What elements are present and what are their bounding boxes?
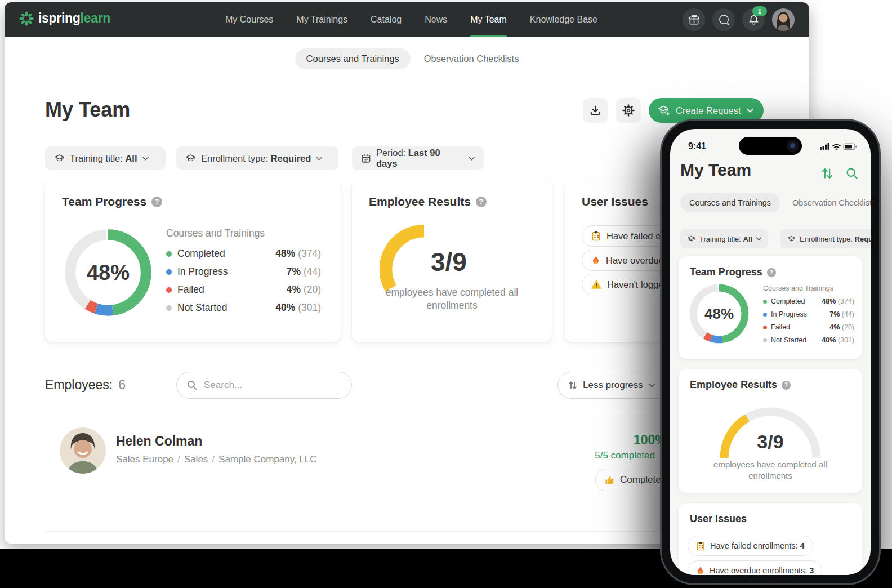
phone-user-issues-card: User Issues Have failed enrollments: 4 (679, 503, 862, 575)
wifi-icon (833, 145, 840, 149)
legend-dot (166, 251, 172, 257)
chevron-down-icon (469, 157, 475, 161)
nav-item-news[interactable]: News (425, 2, 447, 37)
graduation-cap-icon (787, 235, 796, 243)
search-icon (187, 380, 197, 390)
phone-filter-training-title[interactable]: Training title: All (680, 229, 768, 248)
user-issues-title: User Issues (582, 195, 648, 208)
gauge-caption: employees have completed all enrollments (352, 286, 552, 312)
phone-page-title: My Team (680, 161, 751, 180)
graduation-cap-icon (687, 235, 695, 243)
phone-sort-button[interactable] (821, 167, 833, 182)
create-request-button[interactable]: Create Request (649, 98, 764, 123)
phone-screen: 9:41 My Te (670, 129, 871, 575)
graduation-cap-plus-icon (658, 105, 670, 116)
nav-item-catalog[interactable]: Catalog (371, 2, 402, 37)
flame-icon (591, 255, 600, 265)
phone-view-switcher: Courses and Trainings Observation Checkl… (680, 193, 871, 212)
nav-item-my-courses[interactable]: My Courses (225, 2, 273, 37)
phone-employee-results-card: Employee Results? 3/9 employees have com… (679, 369, 862, 493)
phone-tab-courses-and-trainings[interactable]: Courses and Trainings (680, 193, 780, 212)
navbar-actions: 1 (683, 8, 795, 31)
search-input[interactable] (203, 379, 341, 391)
help-icon[interactable]: ? (767, 268, 776, 277)
employee-org-path: Sales Europe/Sales/Sample Company, LLC (116, 454, 317, 465)
filter-period[interactable]: Period: Last 90 days (352, 146, 484, 170)
phone-status-icons (820, 142, 857, 153)
gauge-score: 3/9 (431, 247, 467, 277)
donut-center-value: 48% (688, 282, 751, 345)
legend-dot (763, 338, 767, 342)
signal-icon (820, 143, 829, 150)
phone-user-issues-title: User Issues (690, 513, 747, 525)
notifications-button[interactable]: 1 (742, 8, 765, 31)
brand-wordmark: ispringlearn (38, 11, 110, 26)
legend-row: Not Started 40% (301) (763, 336, 854, 344)
legend-row: Failed 4% (20) (763, 323, 854, 331)
employee-name[interactable]: Helen Colman (116, 434, 202, 449)
gauge-caption: employees have completed all enrollments (679, 459, 862, 482)
settings-button[interactable] (616, 98, 641, 123)
clipboard-failed-icon (591, 231, 601, 241)
messages-button[interactable] (712, 8, 735, 31)
phone-tab-observation-checklists[interactable]: Observation Checklists (792, 198, 871, 207)
legend-dot (166, 287, 172, 293)
phone-issue-overdue-enrollments[interactable]: Have overdue enrollments: 3 (688, 560, 822, 575)
sort-dropdown[interactable]: Less progress (558, 372, 675, 399)
nav-item-my-team[interactable]: My Team (470, 2, 507, 37)
phone-clock: 9:41 (688, 141, 706, 152)
help-icon[interactable]: ? (476, 197, 487, 207)
employee-progress-detail: 5/5 completed (573, 450, 655, 461)
user-avatar-photo (772, 8, 795, 31)
donut-center-value: 48% (62, 226, 154, 319)
dynamic-island (739, 137, 802, 155)
tab-observation-checklists[interactable]: Observation Checklists (424, 54, 519, 64)
legend-row: Completed 48% (374) (763, 297, 854, 305)
phone-mockup: 9:41 My Te (662, 121, 879, 583)
nav-item-knowledge-base[interactable]: Knowledge Base (530, 2, 597, 37)
legend-row: Not Started 40% (301) (166, 302, 321, 314)
chevron-down-icon (747, 108, 753, 113)
help-icon[interactable]: ? (782, 381, 791, 390)
phone-team-progress-card: Team Progress? 48% Courses and Trainings… (679, 256, 862, 359)
filter-training-title[interactable]: Training title: All (45, 146, 166, 170)
legend-row: In Progress 7% (44) (763, 310, 854, 318)
phone-issue-failed-enrollments[interactable]: Have failed enrollments: 4 (688, 536, 813, 556)
user-avatar[interactable] (772, 8, 795, 31)
employee-results-title: Employee Results (369, 195, 471, 208)
legend-dot (763, 326, 767, 329)
chevron-down-icon (756, 237, 761, 240)
filter-enrollment-type[interactable]: Enrollment type: Required (176, 146, 338, 170)
legend-dot (166, 269, 172, 275)
calendar-icon (361, 153, 371, 163)
chat-bubble-icon (718, 14, 730, 26)
main-navigation: My Courses My Trainings Catalog News My … (225, 2, 597, 37)
employees-count-label: Employees:6 (45, 377, 126, 393)
phone-filter-enrollment-type[interactable]: Enrollment type: Required (780, 229, 871, 248)
sort-label: Less progress (583, 380, 643, 391)
phone-search-button[interactable] (846, 167, 858, 182)
download-button[interactable] (583, 98, 608, 123)
employee-avatar-photo (60, 427, 106, 474)
legend-dot (763, 300, 767, 304)
gear-icon (622, 104, 635, 117)
page-title: My Team (45, 98, 130, 122)
legend-title: Courses and Trainings (763, 284, 833, 292)
help-icon[interactable]: ? (151, 197, 162, 207)
flame-icon (696, 566, 704, 576)
download-icon (590, 105, 601, 116)
employees-count: 6 (118, 377, 126, 392)
employee-search (176, 372, 352, 399)
gauge-score: 3/9 (679, 431, 862, 453)
view-switcher: Courses and Trainings Observation Checkl… (5, 48, 809, 69)
sort-arrows-icon (568, 381, 577, 390)
thumbs-up-icon (605, 475, 614, 485)
legend-title: Courses and Trainings (166, 228, 265, 239)
brand-logo[interactable]: ispringlearn (19, 11, 110, 26)
legend-dot (166, 305, 172, 311)
nav-item-my-trainings[interactable]: My Trainings (296, 2, 347, 37)
legend-dot (763, 313, 767, 317)
tab-courses-and-trainings[interactable]: Courses and Trainings (295, 48, 411, 69)
team-progress-title: Team Progress (62, 195, 146, 208)
gifts-button[interactable] (683, 8, 705, 31)
